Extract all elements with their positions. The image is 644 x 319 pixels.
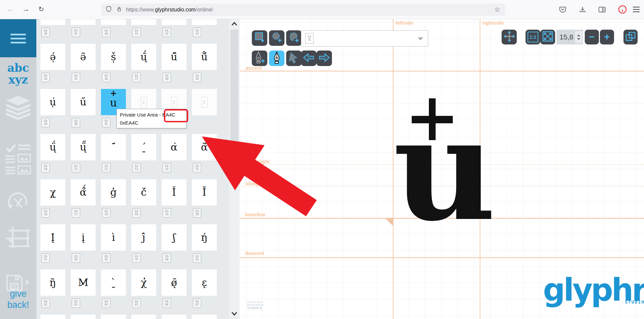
zoom-spinner[interactable] bbox=[575, 31, 582, 43]
glyph-cell-empty[interactable] bbox=[162, 315, 187, 319]
address-bar[interactable]: https://www.glyphrstudio.com/online/ ☆ bbox=[101, 4, 505, 16]
glyph-cell-empty[interactable] bbox=[101, 315, 126, 319]
glyph-cell[interactable]: Į́ bbox=[40, 224, 65, 251]
glyph-cell[interactable]: ʃ bbox=[162, 224, 187, 251]
forward-icon[interactable]: → bbox=[22, 4, 30, 14]
scrollbar-thumb[interactable] bbox=[230, 30, 238, 144]
zoom-out-button[interactable]: − bbox=[585, 30, 599, 44]
glyph-cell[interactable]: ə̃ bbox=[71, 44, 96, 70]
zoom-fit-button[interactable] bbox=[540, 30, 555, 44]
glyph-cell[interactable]: α̇ bbox=[162, 134, 187, 160]
glyph-cell[interactable]: ů́ bbox=[192, 44, 217, 70]
glyph-cell[interactable]: ˍ́ bbox=[131, 134, 156, 160]
glyph-cell[interactable]: α̊́ bbox=[71, 179, 96, 205]
glyph-cell[interactable]: š̩ bbox=[101, 44, 126, 70]
glyph-code-badge: EA67 bbox=[193, 298, 201, 308]
scroll-up-icon[interactable] bbox=[231, 21, 238, 28]
previous-glyph-button[interactable] bbox=[301, 51, 316, 66]
glyph-cell[interactable]: ŋ́ bbox=[192, 224, 217, 251]
glyph-cell[interactable] bbox=[40, 19, 65, 25]
zoom-level-field[interactable]: 15,8 bbox=[556, 30, 583, 44]
glyph-cell[interactable]: ɛ̨ bbox=[192, 269, 217, 296]
glyph-cell[interactable]: Ī́ bbox=[192, 179, 217, 205]
zoom-in-button[interactable]: + bbox=[600, 30, 614, 44]
glyph-cell[interactable]: ƫ bbox=[101, 19, 126, 25]
pocket-icon[interactable] bbox=[558, 5, 567, 15]
glyph-cell[interactable]: Ʒ bbox=[40, 315, 65, 319]
new-rectangle-tool-button[interactable] bbox=[252, 30, 267, 46]
cell-glyph: g̓ bbox=[110, 187, 116, 197]
glyph-cell[interactable]: χ̣ bbox=[40, 179, 65, 205]
glyph-cell[interactable]: ų̄́ bbox=[131, 44, 156, 70]
reload-icon[interactable]: ↻ bbox=[38, 4, 44, 14]
glyph-cell[interactable]: ø̨̄ bbox=[162, 269, 187, 296]
back-icon[interactable]: ← bbox=[7, 4, 14, 14]
glyph-cell[interactable]: ạ bbox=[131, 19, 156, 25]
pen-tool-button-active[interactable] bbox=[269, 51, 284, 66]
glyph-cell-empty[interactable]: EA4F bbox=[192, 89, 217, 115]
glyph-code-badge: EA62 bbox=[41, 298, 50, 308]
origin-marker-triangle[interactable] bbox=[385, 219, 393, 226]
zoom-one-to-one-button[interactable]: 1:1 bbox=[526, 30, 540, 44]
sidebar-item-overview[interactable] bbox=[5, 143, 31, 178]
glyph-cell-empty[interactable] bbox=[131, 315, 156, 319]
bookmark-star-icon[interactable]: ☆ bbox=[494, 5, 500, 13]
cell-glyph: α̊́ bbox=[80, 187, 87, 197]
download-icon[interactable] bbox=[578, 5, 587, 15]
glyph-cell[interactable]: ű̄ bbox=[162, 44, 187, 70]
glyph-cell[interactable]: ˍ̀ bbox=[101, 269, 126, 296]
glyph-cell[interactable]: ŋ̃ bbox=[40, 269, 65, 296]
annotation-highlight-box bbox=[164, 109, 188, 122]
spinner-down-icon[interactable] bbox=[577, 38, 580, 40]
glyph-cell[interactable]: ˉ́ bbox=[101, 134, 126, 160]
sidebar-item-give-back[interactable]: give back! bbox=[0, 288, 36, 311]
layers-panel-button[interactable] bbox=[623, 30, 638, 44]
glyph-cell[interactable]: į bbox=[71, 224, 96, 251]
glyph-cell[interactable] bbox=[71, 19, 96, 25]
glyph-cell[interactable]: É bbox=[71, 315, 96, 319]
menu-hamburger-icon[interactable] bbox=[632, 6, 640, 14]
glyph-code-badge: EA5F bbox=[132, 253, 141, 263]
glyph-cell[interactable]: ᾱ́ bbox=[192, 134, 217, 160]
glyph-cell-empty[interactable] bbox=[192, 315, 217, 319]
glyph-cell[interactable]: ị bbox=[162, 19, 187, 25]
glyph-cell[interactable]: ç bbox=[192, 19, 217, 25]
glyph-cell[interactable]: ĵ̇ bbox=[131, 224, 156, 251]
scroll-down-icon[interactable] bbox=[231, 310, 238, 317]
lock-icon[interactable] bbox=[116, 5, 123, 14]
sidebar-panel-icon[interactable] bbox=[598, 5, 606, 15]
glyph-cell[interactable]: ű bbox=[71, 89, 96, 115]
glyph-selector-dropdown[interactable]: EA4C bbox=[301, 30, 428, 46]
shield-icon[interactable] bbox=[105, 5, 112, 14]
sidebar-item-glyph-edit[interactable]: abc xyz bbox=[0, 62, 36, 86]
pan-tool-button[interactable] bbox=[502, 30, 517, 44]
glyph-cell[interactable]: Ǐ́ bbox=[162, 179, 187, 205]
glyph-grid-scrollbar[interactable] bbox=[229, 19, 240, 319]
glyph-cell[interactable]: M̸ bbox=[71, 269, 96, 296]
glyph-code-badge: EA66 bbox=[163, 298, 171, 308]
new-oval-tool-button[interactable] bbox=[269, 30, 284, 46]
cell-glyph: ů́ bbox=[201, 52, 207, 62]
glyph-base-letter[interactable]: u bbox=[393, 86, 496, 252]
path-edit-arrow-tool-button[interactable] bbox=[286, 51, 302, 66]
cell-glyph: č́ bbox=[141, 187, 147, 197]
glyph-cell[interactable]: χ̓ bbox=[131, 269, 156, 296]
extension-icon[interactable]: , bbox=[618, 5, 627, 15]
glyph-code-badge: EA43 bbox=[193, 28, 201, 37]
new-path-tool-button[interactable] bbox=[286, 30, 302, 46]
add-path-point-tool-button[interactable] bbox=[252, 51, 267, 66]
glyph-cell[interactable]: ų̈́ bbox=[40, 134, 65, 160]
spinner-up-icon[interactable] bbox=[577, 34, 580, 36]
sidebar-item-menu[interactable] bbox=[0, 19, 36, 57]
sidebar-item-history[interactable] bbox=[6, 190, 30, 215]
rectangle-plus-icon bbox=[254, 32, 265, 44]
sidebar-item-kerning[interactable] bbox=[6, 227, 30, 255]
glyph-cell[interactable]: ì bbox=[101, 224, 126, 251]
glyph-cell[interactable]: ụ̇ bbox=[40, 89, 65, 115]
sidebar-item-layers[interactable] bbox=[6, 96, 30, 126]
glyph-cell[interactable]: č́ bbox=[131, 179, 156, 205]
glyph-cell[interactable]: ə̣́ bbox=[40, 44, 65, 70]
next-glyph-button[interactable] bbox=[316, 51, 332, 66]
glyph-cell[interactable]: g̓ bbox=[101, 179, 126, 205]
glyph-cell[interactable]: ų̈̋ bbox=[71, 134, 96, 160]
